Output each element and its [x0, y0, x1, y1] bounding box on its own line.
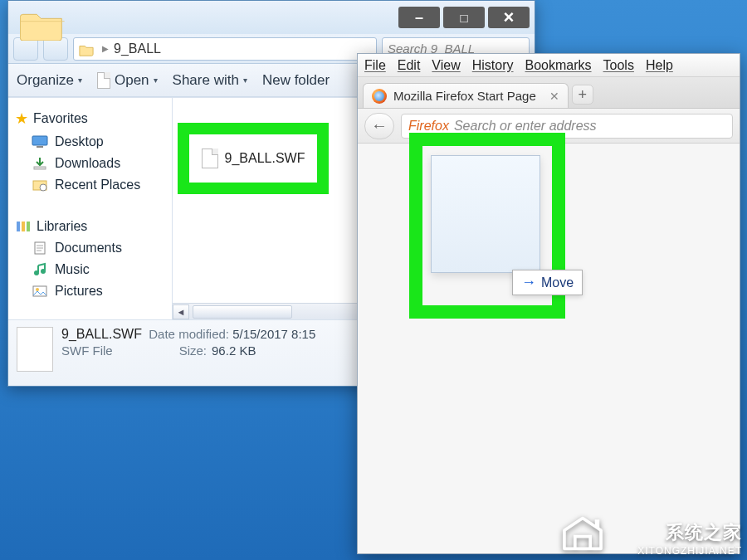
- maximize-button[interactable]: [443, 7, 485, 28]
- address-field[interactable]: ▶ 9_BALL: [73, 37, 377, 61]
- menu-history[interactable]: History: [472, 58, 514, 73]
- browser-tab[interactable]: Mozilla Firefox Start Page ✕: [363, 83, 569, 108]
- sidebar-item-music[interactable]: Music: [13, 259, 167, 280]
- scroll-thumb[interactable]: [193, 305, 292, 319]
- back-button[interactable]: ←: [364, 113, 394, 139]
- svg-point-9: [34, 270, 39, 275]
- firefox-window: File Edit View History Bookmarks Tools H…: [357, 53, 740, 554]
- modified-value: 5/15/2017 8:15: [232, 327, 315, 341]
- libraries-icon: [15, 219, 32, 234]
- tab-title: Mozilla Firefox Start Page: [393, 89, 536, 103]
- menu-tools[interactable]: Tools: [603, 58, 634, 73]
- caret-down-icon: ▾: [78, 75, 82, 85]
- new-tab-button[interactable]: +: [572, 85, 593, 105]
- svg-point-4: [40, 184, 46, 191]
- file-icon: [17, 327, 53, 372]
- file-icon: [97, 72, 110, 89]
- folder-icon: [79, 42, 94, 56]
- move-tooltip: → Move: [512, 270, 583, 295]
- svg-rect-6: [22, 222, 25, 231]
- url-brand: Firefox: [408, 119, 449, 134]
- scroll-left-button[interactable]: ◄: [173, 304, 189, 319]
- svg-rect-5: [17, 222, 20, 231]
- modified-label: Date modified:: [149, 327, 229, 341]
- file-name-label: 9_BALL.SWF: [225, 151, 305, 166]
- new-folder-button[interactable]: New folder: [262, 72, 330, 89]
- watermark-text-cn: 系统之家: [637, 520, 742, 545]
- recent-places-icon: [32, 178, 48, 192]
- details-type: SWF File: [61, 343, 113, 358]
- caret-down-icon: ▾: [154, 75, 158, 85]
- star-icon: ★: [15, 110, 28, 128]
- svg-rect-11: [33, 286, 46, 296]
- minimize-button[interactable]: [398, 7, 440, 28]
- sidebar-item-recent-places[interactable]: Recent Places: [13, 174, 167, 196]
- svg-rect-2: [34, 167, 46, 169]
- watermark-logo: [559, 514, 606, 552]
- details-meta: 9_BALL.SWF Date modified: 5/15/2017 8:15…: [61, 327, 315, 379]
- size-value: 96.2 KB: [212, 343, 256, 358]
- menu-help[interactable]: Help: [646, 58, 673, 73]
- firefox-icon: [372, 89, 387, 104]
- firefox-menubar: File Edit View History Bookmarks Tools H…: [358, 54, 740, 77]
- documents-icon: [32, 241, 48, 256]
- music-icon: [32, 262, 48, 277]
- pictures-icon: [32, 284, 48, 299]
- explorer-titlebar: [8, 1, 535, 34]
- svg-rect-0: [32, 136, 47, 145]
- share-with-menu[interactable]: Share with▾: [173, 72, 247, 89]
- close-button[interactable]: [488, 7, 530, 28]
- favorites-group[interactable]: ★ Favorites: [15, 110, 167, 128]
- open-menu[interactable]: Open▾: [97, 72, 158, 89]
- menu-bookmarks[interactable]: Bookmarks: [525, 58, 592, 73]
- url-placeholder: Search or enter address: [454, 119, 597, 134]
- highlight-source: 9_BALL.SWF: [178, 123, 329, 194]
- downloads-icon: [32, 156, 48, 171]
- drag-preview: [431, 155, 540, 273]
- tab-close-icon[interactable]: ✕: [549, 90, 559, 103]
- folder-icon: [20, 7, 65, 41]
- svg-rect-7: [27, 222, 30, 231]
- menu-edit[interactable]: Edit: [398, 58, 421, 73]
- explorer-sidebar: ★ Favorites Desktop Downloads Recent Pla…: [8, 98, 173, 319]
- firefox-content: → Move: [358, 144, 740, 553]
- watermark-url: XITONGZHIJIA.NET: [637, 545, 742, 557]
- caret-down-icon: ▾: [243, 75, 247, 85]
- file-item[interactable]: 9_BALL.SWF: [202, 149, 305, 168]
- watermark: 系统之家 XITONGZHIJIA.NET: [637, 520, 742, 557]
- address-path: 9_BALL: [114, 41, 161, 56]
- menu-view[interactable]: View: [432, 58, 460, 73]
- libraries-group[interactable]: Libraries: [15, 219, 167, 234]
- sidebar-item-downloads[interactable]: Downloads: [13, 153, 167, 174]
- svg-point-10: [41, 269, 46, 274]
- sidebar-item-documents[interactable]: Documents: [13, 237, 167, 259]
- details-filename: 9_BALL.SWF: [61, 327, 142, 341]
- arrow-right-icon: →: [521, 274, 536, 291]
- svg-rect-1: [37, 146, 43, 148]
- firefox-tabstrip: Mozilla Firefox Start Page ✕ +: [358, 77, 740, 109]
- sidebar-item-pictures[interactable]: Pictures: [13, 280, 167, 302]
- size-label: Size:: [179, 343, 207, 358]
- menu-file[interactable]: File: [364, 58, 386, 73]
- file-icon: [202, 149, 218, 168]
- move-label: Move: [541, 275, 574, 290]
- desktop-icon: [32, 134, 48, 149]
- sidebar-item-desktop[interactable]: Desktop: [13, 131, 167, 153]
- organize-menu[interactable]: Organize▾: [17, 72, 82, 89]
- chevron-right-icon: ▶: [102, 44, 109, 53]
